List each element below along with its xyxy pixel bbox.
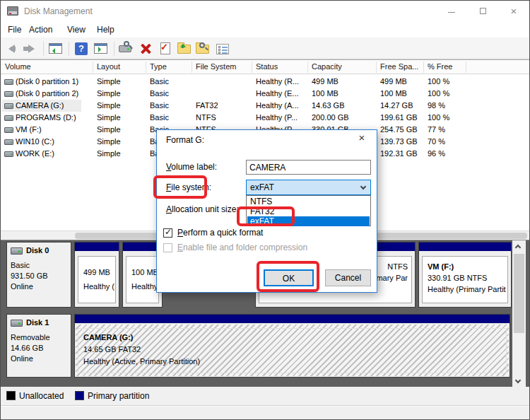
back-button[interactable] xyxy=(4,40,20,57)
show-console-tree-button[interactable] xyxy=(93,40,110,57)
explore-button[interactable] xyxy=(194,40,211,57)
partition-color-bar xyxy=(419,243,511,252)
table-row[interactable]: PROGRAMS (D:) Simple Basic NTFS Healthy … xyxy=(1,112,529,124)
partition-camera[interactable]: CAMERA (G:) 14.65 GB FAT32 Healthy (Acti… xyxy=(74,314,510,378)
forward-button[interactable] xyxy=(22,40,39,57)
cell-volume: (Disk 0 partition 2) xyxy=(16,88,78,100)
title-bar: Disk Management × xyxy=(1,1,529,22)
cell-status: Healthy (R... xyxy=(256,76,299,88)
cell-volume: CAMERA (G:) xyxy=(16,100,64,112)
vertical-scrollbar[interactable] xyxy=(512,240,526,387)
close-button[interactable]: × xyxy=(500,1,528,22)
help-button[interactable]: ? xyxy=(73,40,90,57)
partition-size: 499 MB xyxy=(83,265,115,279)
cell-status: Healthy (P... xyxy=(256,112,298,124)
cell-pct-free: 98 % xyxy=(428,100,445,112)
scroll-up-icon[interactable] xyxy=(515,245,521,250)
volume-label-input[interactable] xyxy=(246,160,371,175)
cell-status: Healthy (A... xyxy=(256,100,299,112)
cell-capacity: 499 MB xyxy=(312,76,338,88)
maximize-button[interactable] xyxy=(469,1,497,22)
minimize-button[interactable] xyxy=(437,1,466,22)
cell-volume: PROGRAMS (D:) xyxy=(16,112,76,124)
partition-color-bar xyxy=(75,315,510,324)
cell-type: Basic xyxy=(150,76,169,88)
cancel-button[interactable]: Cancel xyxy=(325,269,371,286)
back-icon-bar xyxy=(11,47,16,51)
disk0-card[interactable]: Disk 0 Basic 931.50 GB Online xyxy=(6,242,71,308)
cell-layout: Simple xyxy=(97,76,121,88)
cell-pct-free: 96 % xyxy=(428,148,445,160)
cell-pct-free: 100 % xyxy=(428,76,449,88)
compression-checkbox xyxy=(163,243,172,252)
partition-vm[interactable]: VM (F:) 330.91 GB NTFS Healthy (Primary … xyxy=(418,242,512,308)
app-icon xyxy=(7,6,18,16)
table-row-selected[interactable]: CAMERA (G:) Simple Basic FAT32 Healthy (… xyxy=(1,100,529,112)
cell-layout: Simple xyxy=(97,100,121,112)
column-header-free-space[interactable]: Free Spa... xyxy=(380,60,418,74)
partition-size: 100 MB xyxy=(131,265,158,279)
menu-action[interactable]: Action xyxy=(26,22,55,37)
legend-primary-partition-label: Primary partition xyxy=(88,390,149,402)
console-tree-arrow-icon xyxy=(49,48,55,54)
volume-icon xyxy=(4,115,13,121)
properties-button[interactable] xyxy=(214,40,231,57)
highlight-exfat-option xyxy=(237,206,295,226)
table-row[interactable]: (Disk 0 partition 2) Simple Basic Health… xyxy=(1,88,529,100)
cell-file-system: NTFS xyxy=(196,112,216,124)
column-header-type[interactable]: Type xyxy=(150,60,167,74)
disk-view-button[interactable] xyxy=(118,40,135,57)
toolbar-separator xyxy=(114,42,114,56)
column-header-status[interactable]: Status xyxy=(256,60,278,74)
dialog-close-button[interactable]: × xyxy=(351,130,372,146)
open-button[interactable] xyxy=(176,40,193,57)
unallocated-swatch xyxy=(6,391,16,400)
cell-volume: VM (F:) xyxy=(16,124,42,136)
cell-free-space: 199.61 GB xyxy=(380,112,418,124)
magnifier-icon xyxy=(199,42,205,48)
cell-capacity: 14.63 GB xyxy=(312,100,344,112)
close-icon: × xyxy=(359,132,365,144)
menu-help[interactable]: Help xyxy=(94,22,117,37)
column-header-pct-free[interactable]: % Free xyxy=(428,60,452,74)
cell-free-space: 100 MB xyxy=(380,88,407,100)
primary-partition-swatch xyxy=(75,391,84,400)
menu-file[interactable]: File xyxy=(5,22,24,37)
minimize-icon xyxy=(448,12,455,13)
cell-free-space: 499 MB xyxy=(380,76,407,88)
disk1-size: 14.66 GB xyxy=(11,344,43,352)
cell-type: Basic xyxy=(150,100,169,112)
column-header-volume[interactable]: Volume xyxy=(5,60,31,74)
close-icon: × xyxy=(511,5,517,17)
forward-icon-bar xyxy=(23,47,28,51)
check-icon: ✓ xyxy=(165,227,172,237)
toolbar-separator xyxy=(69,42,69,56)
console-tree-button[interactable] xyxy=(47,40,64,57)
highlight-file-system xyxy=(153,175,207,199)
column-header-capacity[interactable]: Capacity xyxy=(312,60,342,74)
column-header-file-system[interactable]: File System xyxy=(196,60,236,74)
cell-free-space: 14.27 GB xyxy=(380,100,413,112)
menu-bar: File Action View Help xyxy=(1,22,529,37)
scroll-down-icon[interactable] xyxy=(515,378,521,383)
cell-status: Healthy (E... xyxy=(256,88,299,100)
quick-format-checkbox[interactable]: ✓ xyxy=(163,228,172,238)
cell-volume: WORK (E:) xyxy=(16,148,54,160)
disk1-card[interactable]: Disk 1 Removable 14.66 GB Online xyxy=(6,314,71,378)
column-header-layout[interactable]: Layout xyxy=(97,60,120,74)
delete-volume-button[interactable] xyxy=(138,40,155,57)
vertical-scrollbar-thumb[interactable] xyxy=(514,254,524,333)
cell-layout: Simple xyxy=(97,136,121,148)
magnifier-icon xyxy=(124,41,129,47)
partition-status: Healthy (Primary Partit xyxy=(428,284,507,295)
option-ntfs[interactable]: NTFS xyxy=(247,197,370,206)
disk0-kind: Basic xyxy=(11,261,30,269)
forward-icon xyxy=(28,45,39,53)
mark-partition-button[interactable]: ✓ xyxy=(158,40,175,57)
partition-recovery[interactable]: 499 MB Healthy ( xyxy=(74,242,119,308)
file-system-dropdown[interactable]: exFAT xyxy=(246,180,371,195)
menu-view[interactable]: View xyxy=(64,22,88,37)
table-row[interactable]: (Disk 0 partition 1) Simple Basic Health… xyxy=(1,76,529,88)
window-title: Disk Management xyxy=(24,1,93,22)
help-icon: ? xyxy=(75,42,88,55)
